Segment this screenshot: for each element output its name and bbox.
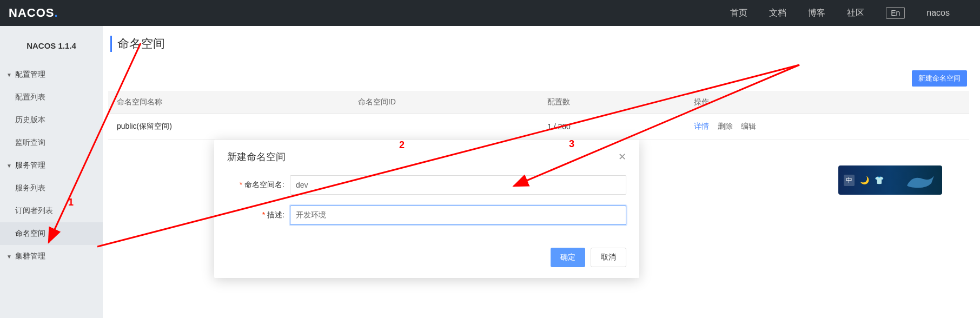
label-namespace-name: *命名空间名: [227,180,290,190]
sidebar-item-subscriber-list[interactable]: 订阅者列表 [0,200,103,222]
action-detail[interactable]: 详情 [694,122,709,130]
description-input[interactable] [290,206,626,225]
nav-blog[interactable]: 博客 [808,8,825,19]
action-edit[interactable]: 编辑 [741,122,756,130]
nav-docs[interactable]: 文档 [769,8,786,19]
promo-banner[interactable]: 中 🌙 👕 [838,165,942,195]
action-delete[interactable]: 删除 [718,122,733,130]
th-id: 命名空间ID [349,91,539,114]
sidebar-group-label: 配置管理 [15,70,45,80]
new-namespace-modal: 新建命名空间 ✕ *命名空间名: *描述: 确定 取消 [214,140,639,278]
modal-body: *命名空间名: *描述: [214,172,639,240]
sidebar-item-history[interactable]: 历史版本 [0,109,103,131]
shirt-icon: 👕 [875,176,884,184]
sidebar-group-label: 集群管理 [15,251,45,261]
th-count: 配置数 [539,91,685,114]
sidebar-version: NACOS 1.1.4 [0,26,103,63]
nav-user[interactable]: nacos [926,8,950,18]
nav-lang[interactable]: En [886,7,905,19]
table-header-row: 命名空间名称 命名空间ID 配置数 操作 [108,91,969,114]
form-row-desc: *描述: [227,206,626,225]
form-row-name: *命名空间名: [227,175,626,195]
new-namespace-button[interactable]: 新建命名空间 [912,70,967,87]
modal-footer: 确定 取消 [214,240,639,278]
modal-title: 新建命名空间 [227,150,286,163]
sidebar-group-cluster[interactable]: ▼ 集群管理 [0,245,103,268]
sidebar-group-label: 服务管理 [15,161,45,170]
modal-header: 新建命名空间 ✕ [214,140,639,172]
label-description: *描述: [227,210,290,220]
namespace-name-input[interactable] [290,175,626,195]
promo-glyph: 中 [844,175,855,186]
th-actions: 操作 [685,91,969,114]
nav-community[interactable]: 社区 [847,8,864,19]
sidebar-item-namespace[interactable]: 命名空间 [0,222,103,245]
logo-text: NACOS [9,6,54,19]
ok-button[interactable]: 确定 [551,248,585,267]
th-name: 命名空间名称 [108,91,349,114]
table-row: public(保留空间) 1 / 200 详情 删除 编辑 [108,114,969,140]
page-title: 命名空间 [110,36,969,52]
caret-down-icon: ▼ [5,254,13,260]
logo-dot: . [54,6,58,19]
moon-icon: 🌙 [860,176,869,184]
whale-icon [904,169,937,191]
sidebar-item-service-list[interactable]: 服务列表 [0,177,103,200]
cancel-button[interactable]: 取消 [591,248,626,267]
caret-down-icon: ▼ [5,72,13,78]
td-name: public(保留空间) [108,114,349,140]
sidebar-item-config-list[interactable]: 配置列表 [0,86,103,109]
td-count: 1 / 200 [539,114,685,140]
sidebar: NACOS 1.1.4 ▼ 配置管理 配置列表 历史版本 监听查询 ▼ 服务管理… [0,26,103,318]
td-actions: 详情 删除 编辑 [685,114,969,140]
close-icon[interactable]: ✕ [618,151,626,163]
navbar: NACOS. 首页 文档 博客 社区 En nacos [0,0,980,26]
sidebar-item-listen[interactable]: 监听查询 [0,131,103,154]
td-id [349,114,539,140]
navbar-links: 首页 文档 博客 社区 En nacos [730,7,950,19]
action-row: 新建命名空间 [108,70,969,87]
namespace-table: 命名空间名称 命名空间ID 配置数 操作 public(保留空间) 1 / 20… [108,91,969,140]
logo[interactable]: NACOS. [9,6,58,20]
sidebar-group-config[interactable]: ▼ 配置管理 [0,63,103,86]
nav-home[interactable]: 首页 [730,8,747,19]
caret-down-icon: ▼ [5,163,13,169]
sidebar-group-service[interactable]: ▼ 服务管理 [0,154,103,177]
